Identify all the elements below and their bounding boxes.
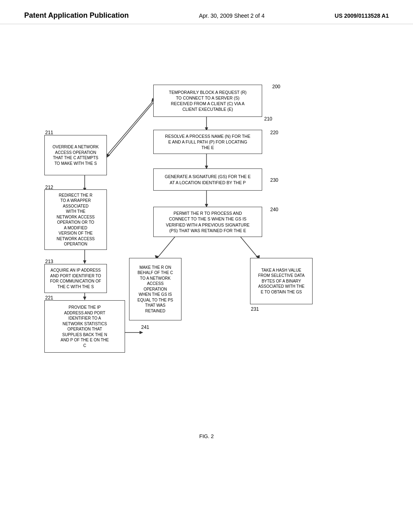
svg-marker-19	[83, 297, 86, 300]
box-211: OVERRIDE A NETWORK ACCESS OPERATION THAT…	[44, 135, 107, 175]
box-220: RESOLVE A PROCESS NAME (N) FOR THE E AND…	[153, 130, 262, 154]
svg-line-6	[157, 234, 177, 258]
svg-line-12	[108, 103, 153, 156]
box-230: GENERATE A SIGNATURE (GS) FOR THE E AT A…	[153, 168, 262, 191]
label-212: 212	[45, 185, 53, 190]
box-240: PERMIT THE R TO PROCESS AND CONNECT TO T…	[153, 207, 262, 237]
box-200: TEMPORARILY BLOCK A REQUEST (R) TO CONNE…	[153, 85, 262, 117]
label-211: 211	[45, 130, 53, 135]
header-patent-number: US 2009/0113528 A1	[335, 12, 389, 19]
label-231: 231	[251, 306, 259, 312]
label-213: 213	[45, 259, 53, 264]
header-date-sheet: Apr. 30, 2009 Sheet 2 of 4	[199, 12, 265, 19]
label-200: 200	[272, 84, 280, 89]
header-title: Patent Application Publication	[24, 11, 129, 20]
box-213: ACQUIRE AN IP ADDRESS AND PORT IDENTIFIE…	[44, 264, 107, 293]
svg-line-10	[107, 101, 153, 155]
label-220: 220	[270, 130, 278, 135]
page-header: Patent Application Publication Apr. 30, …	[0, 0, 413, 24]
box-212: REDIRECT THE R TO A WRAPPER ASSOCIATED W…	[44, 189, 107, 250]
label-240: 240	[270, 207, 278, 212]
box-221: PROVIDE THE IP ADDRESS AND PORT IDENTIFI…	[44, 300, 125, 353]
label-210: 210	[264, 116, 272, 122]
label-241: 241	[141, 324, 149, 330]
svg-marker-17	[83, 260, 86, 264]
svg-marker-13	[106, 154, 110, 158]
label-221: 221	[45, 295, 53, 301]
box-241: MAKE THE R ON BEHALF OF THE C TO A NETWO…	[129, 258, 181, 320]
svg-marker-21	[140, 331, 143, 334]
box-231: TAKE A HASH VALUE FROM SELECTIVE DATA BY…	[250, 258, 313, 304]
svg-line-8	[238, 234, 258, 258]
label-230: 230	[270, 177, 278, 183]
figure-caption: FIG. 2	[0, 433, 413, 439]
diagram-area: TEMPORARILY BLOCK A REQUEST (R) TO CONNE…	[0, 28, 413, 472]
